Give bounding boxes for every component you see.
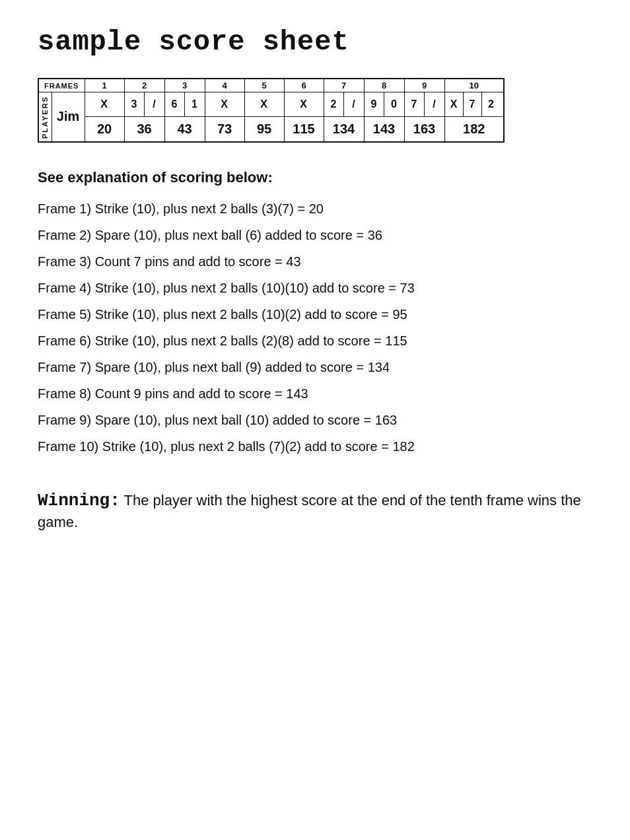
- frame-3-ball-1: 6: [165, 92, 185, 116]
- frame-explanation-9: Frame 9) Spare (10), plus next ball (10)…: [38, 411, 592, 429]
- frame-explanation-1: Frame 1) Strike (10), plus next 2 balls …: [38, 199, 592, 218]
- frame-explanation-8: Frame 8) Count 9 pins and add to score =…: [38, 384, 592, 403]
- players-label: PLAYERS: [38, 92, 52, 142]
- frame-4-balls: X: [205, 92, 244, 117]
- frame-7-ball-1: 2: [324, 92, 344, 116]
- frame-8-balls: 90: [364, 92, 404, 117]
- balls-row: PLAYERSJimX3/61XXX2/907/X72: [38, 92, 504, 117]
- frame-6-ball-1: X: [285, 92, 323, 116]
- player-name: Jim: [52, 92, 85, 142]
- frame-header-6: 6: [284, 79, 324, 92]
- frame-9-balls: 7/: [404, 92, 444, 117]
- frame-10-ball-1: X: [445, 92, 464, 116]
- frame-3-balls: 61: [164, 92, 205, 117]
- frame-4-ball-1: X: [205, 92, 244, 116]
- frame-2-balls: 3/: [124, 92, 164, 117]
- frame-10-score: 182: [444, 117, 504, 142]
- explanation-section: See explanation of scoring below: Frame …: [38, 169, 592, 456]
- frame-1-balls: X: [85, 92, 124, 117]
- frame-2-ball-2: /: [145, 92, 164, 116]
- frame-7-score: 134: [324, 117, 364, 142]
- frame-5-ball-1: X: [245, 92, 283, 116]
- frame-5-balls: X: [244, 92, 284, 117]
- frame-header-1: 1: [85, 79, 124, 92]
- frame-3-score: 43: [164, 117, 205, 142]
- score-table-wrapper: FRAMES 12345678910 PLAYERSJimX3/61XXX2/9…: [38, 78, 592, 143]
- frame-explanation-6: Frame 6) Strike (10), plus next 2 balls …: [38, 332, 592, 350]
- frame-header-4: 4: [205, 79, 244, 92]
- frames-header-row: FRAMES 12345678910: [38, 79, 504, 92]
- frame-9-ball-1: 7: [405, 92, 425, 116]
- frame-6-score: 115: [284, 117, 324, 142]
- frame-9-score: 163: [404, 117, 444, 142]
- score-table: FRAMES 12345678910 PLAYERSJimX3/61XXX2/9…: [38, 78, 505, 143]
- winning-section: Winning: The player with the highest sco…: [38, 489, 592, 533]
- frame-2-score: 36: [124, 117, 164, 142]
- frame-9-ball-2: /: [425, 92, 444, 116]
- frame-header-3: 3: [164, 79, 205, 92]
- frame-explanation-10: Frame 10) Strike (10), plus next 2 balls…: [38, 437, 592, 456]
- frame-header-7: 7: [324, 79, 364, 92]
- frame-header-8: 8: [364, 79, 404, 92]
- frames-label: FRAMES: [38, 79, 85, 92]
- frame-1-ball-1: X: [85, 92, 123, 116]
- frame-2-ball-1: 3: [125, 92, 145, 116]
- winning-label: Winning:: [38, 491, 120, 510]
- frame-3-ball-2: 1: [185, 92, 205, 116]
- page-title: sample score sheet: [38, 26, 592, 58]
- frame-explanations: Frame 1) Strike (10), plus next 2 balls …: [38, 199, 592, 456]
- explanation-heading: See explanation of scoring below:: [38, 169, 592, 186]
- frame-10-ball-3: 2: [482, 92, 501, 116]
- scores-row: 2036437395115134143163182: [38, 117, 504, 142]
- frame-header-2: 2: [124, 79, 164, 92]
- frame-7-balls: 2/: [324, 92, 364, 117]
- frame-10-ball-2: 7: [464, 92, 482, 116]
- frame-explanation-3: Frame 3) Count 7 pins and add to score =…: [38, 252, 592, 271]
- frame-10-balls: X72: [444, 92, 504, 117]
- frame-explanation-5: Frame 5) Strike (10), plus next 2 balls …: [38, 305, 592, 324]
- frame-header-10: 10: [444, 79, 504, 92]
- frame-explanation-4: Frame 4) Strike (10), plus next 2 balls …: [38, 279, 592, 297]
- frame-header-9: 9: [404, 79, 444, 92]
- frame-4-score: 73: [205, 117, 244, 142]
- frame-1-score: 20: [85, 117, 124, 142]
- frame-explanation-7: Frame 7) Spare (10), plus next ball (9) …: [38, 358, 592, 376]
- frame-8-score: 143: [364, 117, 404, 142]
- frame-6-balls: X: [284, 92, 324, 117]
- frame-explanation-2: Frame 2) Spare (10), plus next ball (6) …: [38, 226, 592, 244]
- frame-5-score: 95: [244, 117, 284, 142]
- frame-8-ball-1: 9: [365, 92, 384, 116]
- frame-8-ball-2: 0: [384, 92, 404, 116]
- frame-header-5: 5: [244, 79, 284, 92]
- frame-7-ball-2: /: [344, 92, 364, 116]
